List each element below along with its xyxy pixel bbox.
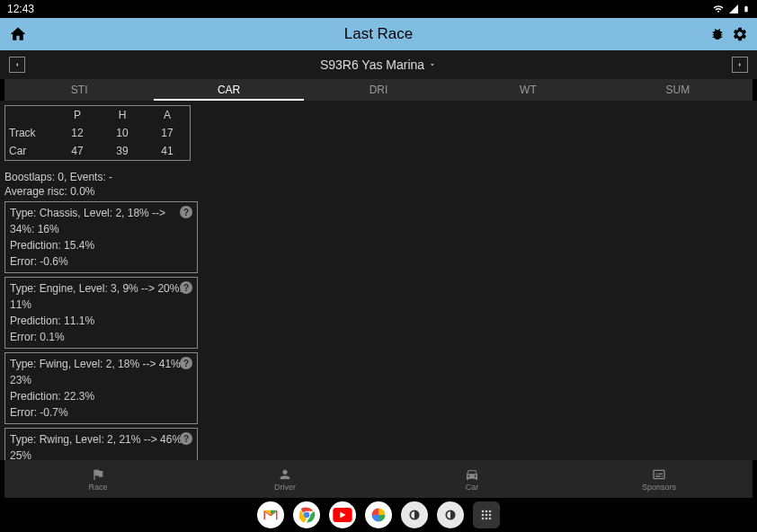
col-h: H bbox=[100, 106, 145, 124]
svg-point-7 bbox=[489, 510, 492, 513]
part-error: Error: -0.7% bbox=[10, 404, 192, 421]
help-icon[interactable]: ? bbox=[180, 206, 192, 218]
sponsors-icon bbox=[652, 467, 666, 482]
svg-point-10 bbox=[489, 514, 492, 517]
car-icon bbox=[465, 467, 479, 482]
part-type: Type: Engine, Level: 3, 9% --> 20%: 11% bbox=[10, 280, 192, 313]
tab-bar: STI CAR DRI WT SUM bbox=[4, 79, 753, 101]
home-icon[interactable] bbox=[9, 25, 27, 43]
gear-icon[interactable] bbox=[732, 26, 748, 42]
table-row: Track 12 10 17 bbox=[5, 124, 190, 142]
bug-icon[interactable] bbox=[710, 27, 725, 41]
part-prediction: Prediction: 22.3% bbox=[10, 388, 192, 404]
prev-race-button[interactable] bbox=[9, 57, 25, 73]
tab-sti[interactable]: STI bbox=[4, 79, 154, 101]
signal-icon bbox=[728, 4, 739, 14]
tab-wt[interactable]: WT bbox=[453, 79, 602, 101]
nav-car[interactable]: Car bbox=[378, 460, 566, 498]
svg-point-12 bbox=[485, 518, 488, 520]
status-time: 12:43 bbox=[7, 3, 34, 15]
col-p: P bbox=[55, 106, 100, 124]
app-bar: Last Race bbox=[0, 18, 757, 50]
battery-icon bbox=[743, 3, 750, 15]
part-box: Type: Engine, Level: 3, 9% --> 20%: 11%P… bbox=[4, 277, 198, 349]
help-icon[interactable]: ? bbox=[180, 432, 192, 445]
col-blank bbox=[5, 106, 55, 124]
youtube-icon[interactable] bbox=[329, 501, 356, 528]
android-status-bar: 12:43 bbox=[0, 0, 757, 18]
part-error: Error: -0.6% bbox=[10, 253, 192, 270]
nav-sponsors[interactable]: Sponsors bbox=[566, 460, 753, 498]
person-icon bbox=[278, 467, 292, 482]
part-box: Type: Fwing, Level: 2, 18% --> 41%: 23%P… bbox=[4, 352, 198, 424]
svg-point-9 bbox=[485, 514, 488, 517]
svg-point-6 bbox=[485, 510, 488, 513]
help-icon[interactable]: ? bbox=[180, 281, 192, 294]
boostlaps-text: Boostlaps: 0, Events: - bbox=[4, 171, 753, 183]
part-box: Type: Chassis, Level: 2, 18% --> 34%: 16… bbox=[4, 201, 198, 273]
tab-car[interactable]: CAR bbox=[154, 79, 303, 101]
part-error: Error: 0.1% bbox=[10, 329, 192, 345]
app-icon-1[interactable] bbox=[401, 501, 428, 528]
part-prediction: Prediction: 15.4% bbox=[10, 237, 192, 253]
race-selector-bar: S93R6 Yas Marina bbox=[0, 50, 757, 79]
part-type: Type: Rwing, Level: 2, 21% --> 46%: 25% bbox=[10, 431, 192, 460]
gmail-icon[interactable] bbox=[257, 501, 284, 528]
svg-point-11 bbox=[482, 518, 485, 520]
chrome-icon[interactable] bbox=[293, 501, 320, 528]
photos-icon[interactable] bbox=[365, 501, 392, 528]
android-nav-bar bbox=[0, 498, 757, 532]
pha-table: P H A Track 12 10 17 Car 47 39 41 bbox=[4, 105, 191, 161]
avg-risc-text: Average risc: 0.0% bbox=[4, 185, 753, 198]
app-icon-2[interactable] bbox=[437, 501, 464, 528]
apps-drawer-icon[interactable] bbox=[473, 501, 500, 528]
wifi-icon bbox=[712, 4, 725, 14]
part-type: Type: Chassis, Level: 2, 18% --> 34%: 16… bbox=[10, 205, 192, 237]
help-icon[interactable]: ? bbox=[180, 357, 192, 369]
part-box: Type: Rwing, Level: 2, 21% --> 46%: 25%P… bbox=[4, 428, 198, 460]
part-prediction: Prediction: 11.1% bbox=[10, 313, 192, 329]
svg-point-13 bbox=[489, 518, 492, 520]
dropdown-icon bbox=[428, 60, 437, 69]
page-title: Last Race bbox=[344, 25, 414, 43]
bottom-nav: Race Driver Car Sponsors bbox=[4, 460, 753, 498]
nav-race[interactable]: Race bbox=[4, 460, 191, 498]
status-icons bbox=[712, 3, 750, 15]
nav-driver[interactable]: Driver bbox=[191, 460, 378, 498]
svg-point-8 bbox=[482, 514, 485, 517]
flag-icon bbox=[91, 467, 105, 482]
table-row: Car 47 39 41 bbox=[5, 142, 190, 160]
tab-dri[interactable]: DRI bbox=[304, 79, 453, 101]
tab-sum[interactable]: SUM bbox=[603, 79, 753, 101]
svg-point-5 bbox=[482, 510, 485, 513]
race-name: S93R6 Yas Marina bbox=[320, 58, 424, 72]
race-dropdown[interactable]: S93R6 Yas Marina bbox=[320, 58, 437, 72]
col-a: A bbox=[145, 106, 190, 124]
part-type: Type: Fwing, Level: 2, 18% --> 41%: 23% bbox=[10, 356, 192, 388]
content-area: P H A Track 12 10 17 Car 47 39 41 Boostl… bbox=[0, 101, 757, 460]
next-race-button[interactable] bbox=[732, 57, 748, 73]
